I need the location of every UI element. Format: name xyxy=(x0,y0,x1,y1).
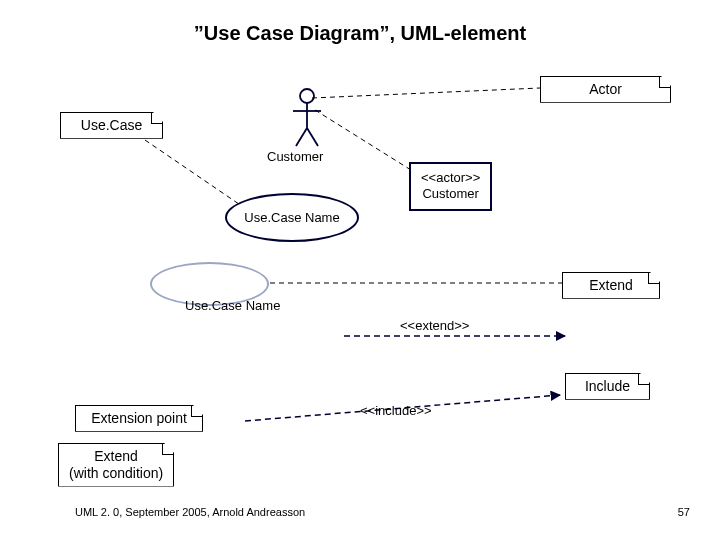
page-number: 57 xyxy=(678,506,690,518)
svg-line-7 xyxy=(315,110,411,170)
include-label: <<include>> xyxy=(360,403,432,418)
usecase-primary: Use.Case Name xyxy=(225,193,359,242)
svg-line-6 xyxy=(312,88,540,98)
note-extend-condition-line1: Extend xyxy=(94,448,138,464)
usecase-secondary-label: Use.Case Name xyxy=(185,298,280,313)
note-usecase: Use.Case xyxy=(60,112,163,139)
svg-line-3 xyxy=(296,128,307,146)
actor-name: Customer xyxy=(422,186,478,201)
extend-label: <<extend>> xyxy=(400,318,469,333)
footer-text: UML 2. 0, September 2005, Arnold Andreas… xyxy=(75,506,305,518)
note-extend-condition: Extend (with condition) xyxy=(58,443,174,487)
actor-box: <<actor>> Customer xyxy=(409,162,492,211)
note-include: Include xyxy=(565,373,650,400)
stick-actor-label: Customer xyxy=(267,149,323,164)
note-extend-condition-line2: (with condition) xyxy=(69,465,163,481)
note-actor: Actor xyxy=(540,76,671,103)
actor-stereotype: <<actor>> xyxy=(421,170,480,185)
note-extend: Extend xyxy=(562,272,660,299)
svg-point-0 xyxy=(300,89,314,103)
svg-line-4 xyxy=(307,128,318,146)
note-extension-point: Extension point xyxy=(75,405,203,432)
page-title: ”Use Case Diagram”, UML-element xyxy=(0,22,720,45)
